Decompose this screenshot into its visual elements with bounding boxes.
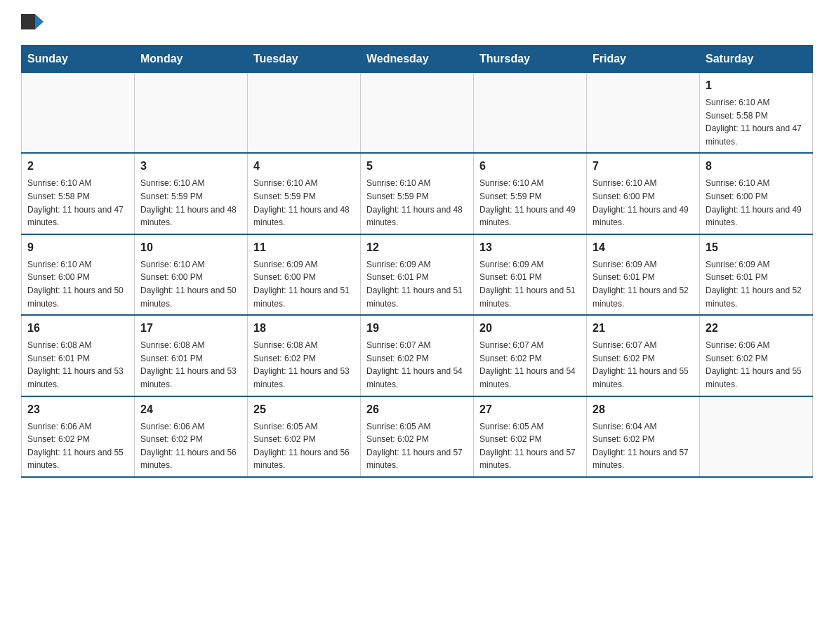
calendar-table: SundayMondayTuesdayWednesdayThursdayFrid… [21, 45, 813, 478]
day-number: 8 [706, 158, 807, 175]
header [21, 14, 813, 38]
weekday-header-monday: Monday [135, 46, 248, 73]
day-info: Sunrise: 6:08 AMSunset: 6:01 PMDaylight:… [27, 339, 128, 391]
calendar-cell: 16Sunrise: 6:08 AMSunset: 6:01 PMDayligh… [22, 315, 135, 396]
day-info: Sunrise: 6:07 AMSunset: 6:02 PMDaylight:… [479, 339, 581, 391]
calendar-cell: 24Sunrise: 6:06 AMSunset: 6:02 PMDayligh… [135, 396, 248, 477]
day-info: Sunrise: 6:10 AMSunset: 6:00 PMDaylight:… [593, 177, 694, 229]
day-number: 7 [593, 158, 694, 175]
weekday-header-thursday: Thursday [474, 46, 587, 73]
logo [21, 14, 46, 38]
calendar-cell: 22Sunrise: 6:06 AMSunset: 6:02 PMDayligh… [700, 315, 813, 396]
day-info: Sunrise: 6:08 AMSunset: 6:01 PMDaylight:… [140, 339, 241, 391]
day-number: 24 [140, 401, 241, 418]
svg-marker-1 [35, 14, 44, 29]
calendar-cell [22, 73, 135, 154]
day-number: 13 [479, 239, 581, 256]
calendar-cell: 3Sunrise: 6:10 AMSunset: 5:59 PMDaylight… [135, 153, 248, 234]
day-info: Sunrise: 6:09 AMSunset: 6:01 PMDaylight:… [479, 258, 581, 310]
day-number: 27 [479, 401, 581, 418]
day-number: 6 [479, 158, 581, 175]
calendar-cell: 23Sunrise: 6:06 AMSunset: 6:02 PMDayligh… [22, 396, 135, 477]
calendar-cell: 21Sunrise: 6:07 AMSunset: 6:02 PMDayligh… [587, 315, 700, 396]
day-number: 20 [479, 320, 581, 337]
day-number: 21 [593, 320, 694, 337]
calendar-cell: 27Sunrise: 6:05 AMSunset: 6:02 PMDayligh… [474, 396, 587, 477]
day-number: 1 [706, 77, 807, 94]
day-info: Sunrise: 6:10 AMSunset: 5:59 PMDaylight:… [253, 177, 355, 229]
calendar-week-5: 23Sunrise: 6:06 AMSunset: 6:02 PMDayligh… [22, 396, 813, 477]
day-info: Sunrise: 6:06 AMSunset: 6:02 PMDaylight:… [27, 420, 128, 472]
day-info: Sunrise: 6:08 AMSunset: 6:02 PMDaylight:… [253, 339, 355, 391]
calendar-cell: 1Sunrise: 6:10 AMSunset: 5:58 PMDaylight… [700, 73, 813, 154]
calendar-cell: 5Sunrise: 6:10 AMSunset: 5:59 PMDaylight… [361, 153, 474, 234]
day-info: Sunrise: 6:10 AMSunset: 5:59 PMDaylight:… [140, 177, 241, 229]
calendar-week-4: 16Sunrise: 6:08 AMSunset: 6:01 PMDayligh… [22, 315, 813, 396]
day-info: Sunrise: 6:09 AMSunset: 6:01 PMDaylight:… [706, 258, 807, 310]
day-info: Sunrise: 6:09 AMSunset: 6:00 PMDaylight:… [253, 258, 355, 310]
day-number: 22 [706, 320, 807, 337]
day-number: 17 [140, 320, 241, 337]
calendar-cell: 18Sunrise: 6:08 AMSunset: 6:02 PMDayligh… [248, 315, 361, 396]
day-number: 14 [593, 239, 694, 256]
calendar-cell [587, 73, 700, 154]
calendar-cell: 4Sunrise: 6:10 AMSunset: 5:59 PMDaylight… [248, 153, 361, 234]
calendar-cell: 12Sunrise: 6:09 AMSunset: 6:01 PMDayligh… [361, 234, 474, 315]
day-info: Sunrise: 6:10 AMSunset: 6:00 PMDaylight:… [27, 258, 128, 310]
day-number: 4 [253, 158, 355, 175]
calendar-cell: 25Sunrise: 6:05 AMSunset: 6:02 PMDayligh… [248, 396, 361, 477]
weekday-header-wednesday: Wednesday [361, 46, 474, 73]
calendar-cell: 2Sunrise: 6:10 AMSunset: 5:58 PMDaylight… [22, 153, 135, 234]
day-number: 3 [140, 158, 241, 175]
day-number: 26 [366, 401, 468, 418]
day-number: 23 [27, 401, 128, 418]
day-info: Sunrise: 6:10 AMSunset: 6:00 PMDaylight:… [140, 258, 241, 310]
calendar-cell [248, 73, 361, 154]
calendar-week-1: 1Sunrise: 6:10 AMSunset: 5:58 PMDaylight… [22, 73, 813, 154]
day-info: Sunrise: 6:07 AMSunset: 6:02 PMDaylight:… [593, 339, 694, 391]
day-number: 15 [706, 239, 807, 256]
calendar-week-3: 9Sunrise: 6:10 AMSunset: 6:00 PMDaylight… [22, 234, 813, 315]
day-info: Sunrise: 6:05 AMSunset: 6:02 PMDaylight:… [366, 420, 468, 472]
day-number: 16 [27, 320, 128, 337]
calendar-cell: 10Sunrise: 6:10 AMSunset: 6:00 PMDayligh… [135, 234, 248, 315]
calendar-cell: 6Sunrise: 6:10 AMSunset: 5:59 PMDaylight… [474, 153, 587, 234]
day-info: Sunrise: 6:07 AMSunset: 6:02 PMDaylight:… [366, 339, 468, 391]
day-number: 11 [253, 239, 355, 256]
calendar-cell: 9Sunrise: 6:10 AMSunset: 6:00 PMDaylight… [22, 234, 135, 315]
day-number: 2 [27, 158, 128, 175]
weekday-header-friday: Friday [587, 46, 700, 73]
day-info: Sunrise: 6:06 AMSunset: 6:02 PMDaylight:… [706, 339, 807, 391]
day-info: Sunrise: 6:09 AMSunset: 6:01 PMDaylight:… [366, 258, 468, 310]
day-info: Sunrise: 6:04 AMSunset: 6:02 PMDaylight:… [593, 420, 694, 472]
weekday-header-tuesday: Tuesday [248, 46, 361, 73]
day-info: Sunrise: 6:10 AMSunset: 6:00 PMDaylight:… [706, 177, 807, 229]
calendar-cell: 20Sunrise: 6:07 AMSunset: 6:02 PMDayligh… [474, 315, 587, 396]
day-number: 28 [593, 401, 694, 418]
day-info: Sunrise: 6:05 AMSunset: 6:02 PMDaylight:… [253, 420, 355, 472]
day-info: Sunrise: 6:05 AMSunset: 6:02 PMDaylight:… [479, 420, 581, 472]
day-number: 12 [366, 239, 468, 256]
calendar-cell: 11Sunrise: 6:09 AMSunset: 6:00 PMDayligh… [248, 234, 361, 315]
weekday-header-row: SundayMondayTuesdayWednesdayThursdayFrid… [22, 46, 813, 73]
day-number: 25 [253, 401, 355, 418]
calendar-cell [135, 73, 248, 154]
calendar-cell: 14Sunrise: 6:09 AMSunset: 6:01 PMDayligh… [587, 234, 700, 315]
calendar-cell: 26Sunrise: 6:05 AMSunset: 6:02 PMDayligh… [361, 396, 474, 477]
calendar-cell [361, 73, 474, 154]
calendar-cell: 8Sunrise: 6:10 AMSunset: 6:00 PMDaylight… [700, 153, 813, 234]
day-info: Sunrise: 6:06 AMSunset: 6:02 PMDaylight:… [140, 420, 241, 472]
calendar-week-2: 2Sunrise: 6:10 AMSunset: 5:58 PMDaylight… [22, 153, 813, 234]
svg-marker-0 [21, 14, 35, 29]
day-number: 10 [140, 239, 241, 256]
day-info: Sunrise: 6:10 AMSunset: 5:58 PMDaylight:… [706, 96, 807, 148]
weekday-header-sunday: Sunday [22, 46, 135, 73]
calendar-cell: 15Sunrise: 6:09 AMSunset: 6:01 PMDayligh… [700, 234, 813, 315]
day-number: 9 [27, 239, 128, 256]
day-info: Sunrise: 6:10 AMSunset: 5:59 PMDaylight:… [479, 177, 581, 229]
calendar-cell: 13Sunrise: 6:09 AMSunset: 6:01 PMDayligh… [474, 234, 587, 315]
calendar-cell [700, 396, 813, 477]
calendar-cell: 17Sunrise: 6:08 AMSunset: 6:01 PMDayligh… [135, 315, 248, 396]
day-number: 19 [366, 320, 468, 337]
calendar-cell [474, 73, 587, 154]
